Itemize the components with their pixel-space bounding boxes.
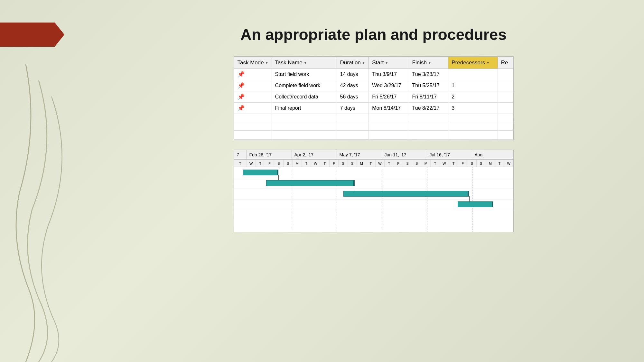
gantt-month-label: 7 (234, 150, 247, 159)
gantt-day-label: W (311, 160, 321, 167)
task-name-cell: Start field work (272, 69, 337, 80)
predecessors-cell: 3 (448, 103, 498, 114)
table-row-empty (234, 114, 513, 122)
table-row: 📌 Collect/record data 56 days Fri 5/26/1… (234, 91, 513, 103)
task-mode-icon: 📌 (238, 82, 245, 89)
task-mode-icon: 📌 (238, 71, 245, 78)
gantt-bar-complete-field-work (266, 180, 355, 186)
start-cell: Wed 3/29/17 (369, 80, 409, 91)
gantt-day-label: F (265, 160, 275, 167)
gantt-day-label: S (348, 160, 357, 167)
bar-end-marker (353, 181, 354, 186)
bar-end-marker (468, 191, 469, 196)
predecessors-cell: 2 (448, 91, 498, 103)
gantt-day-label: T (385, 160, 394, 167)
task-mode-cell: 📌 (234, 103, 272, 114)
gantt-bar-collect-record-data (343, 191, 469, 197)
gantt-day-label: M (421, 160, 431, 167)
gantt-day-label: F (330, 160, 339, 167)
col-header-finish: Finish ▼ (409, 57, 448, 69)
task-name-cell: Complete field work (272, 80, 337, 91)
gantt-day-label: F (458, 160, 468, 167)
gantt-day-label: W (504, 160, 513, 167)
gantt-day-label: T (495, 160, 504, 167)
gantt-day-label: S (477, 160, 486, 167)
gantt-day-label: S (284, 160, 293, 167)
gantt-month-label: May 7, '17 (337, 150, 382, 159)
gantt-day-label: T (234, 160, 247, 167)
gantt-month-label: Feb 26, '17 (247, 150, 292, 159)
task-mode-cell: 📌 (234, 69, 272, 80)
gantt-day-label: S (274, 160, 284, 167)
gantt-day-label: W (376, 160, 385, 167)
resource-cell (498, 103, 513, 114)
gantt-day-label: T (449, 160, 458, 167)
duration-cell: 42 days (337, 80, 369, 91)
table-row-empty (234, 122, 513, 131)
main-content: An appropriate plan and procedures Task … (113, 19, 634, 352)
table-row-empty (234, 131, 513, 140)
gantt-day-label: T (431, 160, 440, 167)
resource-cell (498, 80, 513, 91)
col-header-start: Start ▼ (369, 57, 409, 69)
finish-cell: Tue 8/22/17 (409, 103, 448, 114)
gantt-day-label: F (394, 160, 403, 167)
bar-end-marker (277, 170, 278, 175)
gantt-day-label: W (247, 160, 256, 167)
col-header-task-name: Task Name ▼ (272, 57, 337, 69)
gantt-day-label: S (412, 160, 422, 167)
gantt-divider (427, 167, 427, 232)
dropdown-icon: ▼ (362, 61, 365, 65)
table-row: 📌 Complete field work 42 days Wed 3/29/1… (234, 80, 513, 91)
gantt-day-label: T (302, 160, 311, 167)
col-header-predecessors: Predecessors ▼ (448, 57, 498, 69)
table-row: 📌 Final report 7 days Mon 8/14/17 Tue 8/… (234, 103, 513, 114)
gantt-divider (337, 167, 337, 232)
predecessors-cell: 1 (448, 80, 498, 91)
col-header-resource: Re (498, 57, 513, 69)
gantt-divider (292, 167, 292, 232)
gantt-month-label: Jun 11, '17 (382, 150, 427, 159)
predecessors-cell (448, 69, 498, 80)
dropdown-icon: ▼ (304, 61, 307, 65)
gantt-day-label: S (467, 160, 477, 167)
gantt-divider (472, 167, 472, 232)
gantt-day-label: W (440, 160, 449, 167)
resource-cell (498, 69, 513, 80)
col-header-task-mode: Task Mode ▼ (234, 57, 272, 69)
col-header-duration: Duration ▼ (337, 57, 369, 69)
start-cell: Mon 8/14/17 (369, 103, 409, 114)
gantt-day-label: M (357, 160, 366, 167)
gantt-bar-start-field-work (243, 170, 278, 175)
task-mode-icon: 📌 (238, 94, 245, 100)
red-arrow-decoration (0, 23, 64, 47)
gantt-month-label: Aug (472, 150, 495, 159)
table-row: 📌 Start field work 14 days Thu 3/9/17 Tu… (234, 69, 513, 80)
gantt-body (234, 167, 513, 232)
gantt-day-label: M (293, 160, 302, 167)
finish-cell: Tue 3/28/17 (409, 69, 448, 80)
task-name-cell: Final report (272, 103, 337, 114)
dropdown-icon: ▼ (428, 61, 431, 65)
task-mode-icon: 📌 (238, 105, 245, 111)
gantt-row-separator (234, 210, 513, 210)
duration-cell: 7 days (337, 103, 369, 114)
gantt-day-label: M (486, 160, 495, 167)
start-cell: Thu 3/9/17 (369, 69, 409, 80)
gantt-day-label: T (320, 160, 330, 167)
gantt-month-row: 7 Feb 26, '17 Apr 2, '17 May 7, '17 Jun … (234, 150, 513, 160)
task-mode-cell: 📌 (234, 91, 272, 103)
dropdown-icon: ▼ (486, 61, 490, 65)
gantt-bar-final-report (458, 201, 493, 207)
gantt-row-separator (234, 189, 513, 189)
duration-cell: 14 days (337, 69, 369, 80)
dropdown-icon: ▼ (265, 61, 268, 65)
finish-cell: Thu 5/25/17 (409, 80, 448, 91)
resource-cell (498, 91, 513, 103)
finish-cell: Fri 8/11/17 (409, 91, 448, 103)
gantt-day-label: T (256, 160, 265, 167)
start-cell: Fri 5/26/17 (369, 91, 409, 103)
gantt-chart-container: 7 Feb 26, '17 Apr 2, '17 May 7, '17 Jun … (234, 150, 514, 232)
gantt-day-label: S (403, 160, 412, 167)
page-title: An appropriate plan and procedures (113, 19, 634, 43)
